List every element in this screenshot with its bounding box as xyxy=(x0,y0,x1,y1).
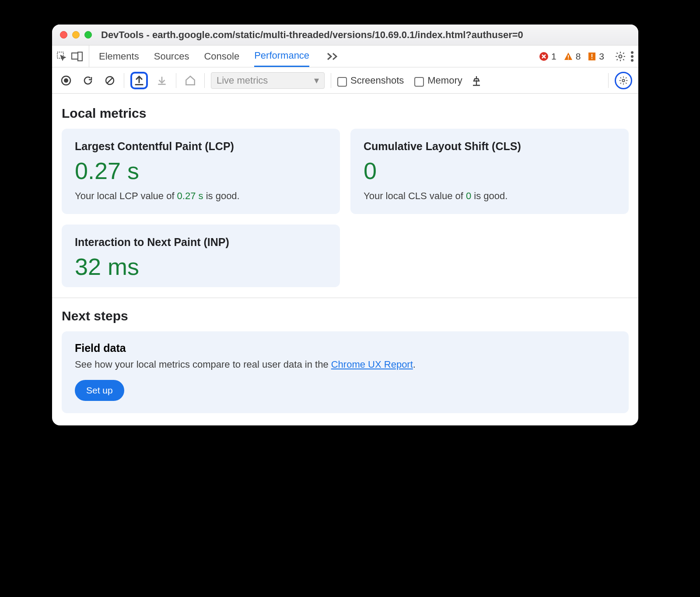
issue-count: 3 xyxy=(599,51,604,62)
warning-badge-icon xyxy=(564,52,573,61)
tab-performance[interactable]: Performance xyxy=(254,46,309,67)
cls-card: Cumulative Layout Shift (CLS) 0 Your loc… xyxy=(350,129,629,214)
lcp-value: 0.27 s xyxy=(75,159,327,183)
svg-point-16 xyxy=(622,79,625,82)
local-metrics-heading: Local metrics xyxy=(62,106,629,121)
window-title: DevTools - earth.google.com/static/multi… xyxy=(101,29,523,41)
reload-record-button[interactable] xyxy=(80,73,96,88)
upload-profile-button[interactable] xyxy=(130,72,148,89)
screenshots-label: Screenshots xyxy=(350,75,404,86)
field-data-card: Field data See how your local metrics co… xyxy=(62,331,629,413)
error-badge-icon xyxy=(539,52,549,61)
lcp-card: Largest Contentful Paint (LCP) 0.27 s Yo… xyxy=(62,129,340,214)
download-profile-button[interactable] xyxy=(154,73,170,88)
svg-rect-4 xyxy=(568,55,569,58)
checkbox-icon xyxy=(414,77,424,87)
titlebar: DevTools - earth.google.com/static/multi… xyxy=(52,25,638,46)
svg-point-12 xyxy=(631,59,634,62)
tab-console[interactable]: Console xyxy=(204,46,239,67)
memory-label: Memory xyxy=(427,75,462,86)
cls-title: Cumulative Layout Shift (CLS) xyxy=(364,140,616,153)
cls-value: 0 xyxy=(364,159,616,183)
view-selector-label: Live metrics xyxy=(217,75,268,86)
svg-point-14 xyxy=(64,78,68,83)
settings-icon[interactable] xyxy=(615,51,626,62)
svg-point-10 xyxy=(631,51,634,54)
field-data-title: Field data xyxy=(75,342,616,355)
devtools-window: DevTools - earth.google.com/static/multi… xyxy=(52,25,638,425)
devtools-tabbar: Elements Sources Console Performance 1 8… xyxy=(52,46,638,67)
crux-report-link[interactable]: Chrome UX Report xyxy=(331,359,413,370)
next-steps-section: Next steps Field data See how your local… xyxy=(52,298,638,425)
inp-value: 32 ms xyxy=(75,255,327,278)
svg-point-11 xyxy=(631,55,634,58)
toolbar-separator xyxy=(124,73,124,88)
toolbar-separator xyxy=(204,73,205,88)
error-count: 1 xyxy=(551,51,556,62)
svg-rect-7 xyxy=(592,54,592,57)
minimize-window-button[interactable] xyxy=(72,31,80,39)
field-data-text: See how your local metrics compare to re… xyxy=(75,359,616,370)
cls-description: Your local CLS value of 0 is good. xyxy=(364,190,616,202)
svg-point-9 xyxy=(619,55,622,58)
more-menu-icon[interactable] xyxy=(630,51,634,62)
inp-title: Interaction to Next Paint (INP) xyxy=(75,236,327,249)
warning-count: 8 xyxy=(576,51,581,62)
toolbar-separator xyxy=(331,73,331,88)
capture-settings-button[interactable] xyxy=(615,72,632,89)
svg-rect-2 xyxy=(78,52,82,61)
console-badges[interactable]: 1 8 3 xyxy=(539,51,609,62)
home-button[interactable] xyxy=(182,73,198,88)
clear-button[interactable] xyxy=(102,73,118,88)
local-metrics-section: Local metrics Largest Contentful Paint (… xyxy=(52,94,638,287)
record-button[interactable] xyxy=(58,73,74,88)
inp-card: Interaction to Next Paint (INP) 32 ms xyxy=(62,225,340,287)
inspect-element-icon[interactable] xyxy=(56,51,67,62)
memory-checkbox[interactable]: Memory xyxy=(414,75,462,86)
lcp-description: Your local LCP value of 0.27 s is good. xyxy=(75,190,327,202)
issue-badge-icon xyxy=(588,52,596,61)
performance-toolbar: Live metrics ▾ Screenshots Memory xyxy=(52,67,638,94)
tab-sources[interactable]: Sources xyxy=(154,46,189,67)
setup-button[interactable]: Set up xyxy=(75,380,124,401)
device-toolbar-icon[interactable] xyxy=(71,52,83,61)
zoom-window-button[interactable] xyxy=(84,31,92,39)
garbage-collect-button[interactable] xyxy=(469,73,484,88)
next-steps-heading: Next steps xyxy=(62,309,629,323)
panel-tabs: Elements Sources Console Performance xyxy=(89,46,349,67)
chevron-down-icon: ▾ xyxy=(314,75,319,86)
checkbox-icon xyxy=(337,77,347,87)
screenshots-checkbox[interactable]: Screenshots xyxy=(337,75,404,86)
svg-rect-5 xyxy=(568,58,569,59)
more-tabs-icon[interactable] xyxy=(324,52,339,61)
traffic-lights xyxy=(60,31,92,39)
toolbar-separator xyxy=(176,73,176,88)
tab-elements[interactable]: Elements xyxy=(99,46,139,67)
close-window-button[interactable] xyxy=(60,31,67,39)
toolbar-separator xyxy=(608,73,609,88)
svg-rect-8 xyxy=(592,58,592,59)
view-selector[interactable]: Live metrics ▾ xyxy=(211,72,325,89)
lcp-title: Largest Contentful Paint (LCP) xyxy=(75,140,327,153)
